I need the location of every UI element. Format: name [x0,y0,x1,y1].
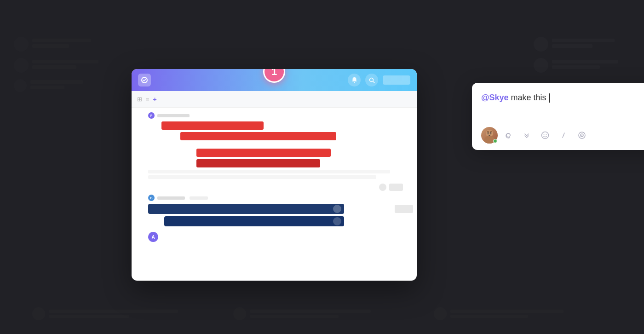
bg-avatar [534,37,548,52]
task-row [148,149,417,157]
section-label-bar [157,114,190,117]
bg-item [534,37,626,52]
app-toolbar: ⊞ ≡ + [132,91,417,108]
empty-row [148,170,390,173]
bg-text-lines [32,39,106,50]
bell-icon[interactable] [348,74,361,86]
task-bar-red [180,132,336,140]
bg-card-line [250,315,339,318]
section-dot-blue: B [148,195,155,201]
task-bar-red [161,121,264,130]
bg-card-line [250,310,371,313]
bg-line [552,60,618,63]
assign-icon-button[interactable] [574,127,590,143]
task-bar-dark-navy [164,216,344,226]
bg-card-text [450,310,612,318]
section-controls [148,184,417,191]
toggle-circle [333,217,341,225]
svg-point-6 [490,132,492,134]
spacer-row [148,143,417,146]
comment-text-area[interactable]: @Skye make this [481,92,644,120]
bg-avatar [14,79,27,92]
section-header-red: P [148,112,417,119]
bg-avatar [14,58,29,73]
svg-point-1 [369,78,373,81]
text-cursor [549,93,550,103]
emoji-icon-button[interactable] [537,127,553,143]
bg-text-lines [552,60,626,71]
task-row [148,132,417,140]
section-label-bar2 [190,196,208,200]
svg-point-9 [544,134,545,135]
empty-row [148,175,376,179]
app-body: P [132,108,417,247]
list-icon[interactable]: ≡ [146,96,150,103]
bg-card-line [49,315,129,318]
bg-card-text [49,310,210,318]
gantt-section-blue: B [148,195,417,226]
notification-badge: 1 [263,69,285,83]
app-header-bar [383,75,410,85]
search-icon[interactable] [365,74,378,86]
svg-point-10 [546,134,547,135]
comment-toolbar: COMMENT [481,127,644,144]
user-avatar-wrapper [481,127,498,144]
bg-card-line [49,310,178,313]
bg-card-text [250,310,411,318]
bg-line [552,65,600,69]
bg-bottom-card [229,303,416,325]
bg-card-line [450,315,528,318]
user-avatar-a: A [148,232,158,242]
bg-line [32,39,91,42]
bottom-avatar-row: A [148,229,417,242]
task-row-blue [148,216,417,226]
mention-icon-button[interactable] [500,127,516,143]
bg-line [552,44,592,48]
comment-body-text: make this [509,93,549,102]
bg-left-panel [14,37,106,98]
bg-text-lines [32,60,106,71]
mention-text: @Skye [481,93,509,102]
task-bar-dark-red [196,159,320,167]
bg-item [14,79,106,92]
badge-number: 1 [271,69,277,78]
bg-bottom [28,303,616,325]
format-icon-button[interactable] [556,127,571,143]
bg-line [552,39,615,42]
task-row-blue [148,204,417,214]
svg-point-14 [581,135,582,136]
task-bar-red [196,149,331,157]
side-bar [395,205,413,213]
notification-badge-wrapper: 1 [263,69,285,83]
svg-point-8 [542,132,549,139]
comment-popup: @Skye make this [472,83,644,150]
bg-line [30,86,64,89]
bg-item [14,37,106,52]
app-card: 1 ⊞ ≡ + [132,69,417,281]
bg-card-line [450,310,563,313]
bg-bottom-card [28,303,215,325]
bg-avatar [14,37,29,52]
toggle-circle [333,205,341,213]
gantt-section-red: P [148,112,417,179]
plus-icon[interactable]: + [153,96,157,103]
bg-text-lines [552,39,626,50]
task-row [148,121,417,130]
section-dot-purple: P [148,112,155,119]
bg-line [32,44,69,48]
bg-item [14,58,106,73]
task-row [148,159,417,167]
svg-line-11 [563,133,564,138]
section-label-bar [157,196,185,200]
clickup-icon-button[interactable] [519,127,535,143]
bg-card-avatar [32,307,45,320]
section-header-blue: B [148,195,417,201]
filter-bar [389,184,403,191]
bg-text-lines [30,80,106,91]
filter-icon [379,184,386,191]
grid-icon[interactable]: ⊞ [137,96,142,103]
modal-scene: 1 ⊞ ≡ + [132,60,555,281]
svg-line-2 [373,81,374,83]
bg-bottom-card [429,303,616,325]
online-indicator [493,139,497,143]
